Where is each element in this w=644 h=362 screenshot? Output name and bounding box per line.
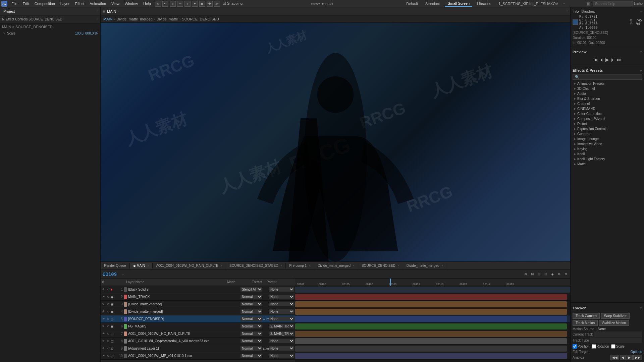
search-icon-tl[interactable]: ⌕ [122,273,124,276]
bc-source-denoised[interactable]: SOURCE_DENOISED [182,17,219,21]
tl-tab-4[interactable]: Divide_matte_merged × [314,263,358,268]
layer-8-parent[interactable]: None [269,339,294,343]
rotation-checkbox[interactable] [592,344,596,349]
tl-tab-3[interactable]: Pre-comp 1 × [286,263,314,268]
tl-close-4[interactable]: × [353,264,355,267]
menu-file[interactable]: File [9,1,20,6]
effect-blur-sharpen[interactable]: ▶Blur & Sharpen [573,96,642,101]
layer-10-name[interactable]: A001_C004_0101WI_MP_v01.01010.1.exr [128,354,240,358]
layer-8-mode[interactable]: Normal [240,339,262,343]
scale-stopwatch[interactable]: ⊙ [3,32,5,35]
layer-8-solo[interactable]: ⊙ [106,339,110,343]
layer-5-eye[interactable]: 👁 [101,317,105,321]
menu-layer[interactable]: Layer [58,1,72,6]
layer-4-mode[interactable]: Normal [240,309,262,314]
layer-5-solo[interactable]: ⊙ [106,317,110,321]
layer-10-parent[interactable]: None [269,354,294,358]
track-bar-8[interactable] [295,338,567,344]
layer-5-mode[interactable]: Normal [240,317,262,321]
effect-image-lounge[interactable]: ▶Image Lounge [573,136,642,141]
layer-2-mode[interactable]: Normal [240,295,262,299]
warp-stabilizer-btn[interactable]: Warp Stabilizer [601,313,630,319]
layer-1-eye[interactable]: 👁 [101,288,105,292]
search-input[interactable] [593,1,633,6]
preview-menu[interactable]: ≡ [640,50,642,54]
tl-btn-3[interactable]: ⊞ [537,272,541,276]
layer-1-name[interactable]: [Black Solid 2] [128,288,240,291]
ws-default[interactable]: Default [404,1,421,6]
tl-btn-2[interactable]: ⊠ [530,272,535,276]
track-bar-1[interactable] [295,287,570,293]
layer-6-mode[interactable]: Normal [240,324,262,328]
effect-generate[interactable]: ▶Generate [573,131,642,136]
layer-3-eye[interactable]: 👁 [101,302,105,306]
menu-effect[interactable]: Effect [72,1,87,6]
preview-btn-last[interactable]: ⏭ [616,57,621,62]
menu-window[interactable]: Window [122,1,141,6]
tl-close-5[interactable]: × [397,264,399,267]
info-tab-info[interactable]: Info [573,9,579,13]
effect-immersive-video[interactable]: ▶Immersive Video [573,141,642,146]
track-motion-btn[interactable]: Track Motion [573,320,598,326]
scale-checkbox[interactable] [611,344,615,349]
layer-7-eye[interactable]: 👁 [101,332,105,336]
tl-btn-7[interactable]: ⊜ [564,272,568,276]
menu-help[interactable]: Help [141,1,154,6]
tl-tab-2[interactable]: SOURCE_DENOISED_STABED × [226,263,286,268]
playhead[interactable] [390,279,391,286]
layer-5-parent[interactable]: None [269,317,294,321]
ws-standard[interactable]: Standard [423,1,443,6]
tl-tab-main[interactable]: ▣ MAIN × [130,263,153,268]
scale-value[interactable]: 100.0, 800.0 % [75,32,98,35]
layer-4-eye[interactable]: 👁 [101,310,105,314]
tl-close-6[interactable]: × [441,264,443,267]
effect-controls-menu[interactable]: ≡ [96,17,98,21]
layer-10-solo[interactable]: ⊙ [106,354,110,358]
render-queue-tab[interactable]: Render Queue [101,263,130,268]
layer-4-solo[interactable]: ⊙ [106,310,110,314]
track-bar-10[interactable] [295,353,567,359]
layer-8-eye[interactable]: 👁 [101,339,105,343]
position-check[interactable]: Position [573,344,590,349]
tl-btn-5[interactable]: ◈ [550,272,555,276]
workspace-expand[interactable]: ▣ [586,1,590,6]
layer-4-parent[interactable]: None [269,309,294,314]
tl-close-3[interactable]: × [309,264,311,267]
tl-btn-4[interactable]: ⊟ [543,272,548,276]
toolbar-home[interactable]: ⌂ [155,1,161,7]
tracker-menu[interactable]: ≡ [640,306,642,310]
edit-target-val[interactable]: Options [631,350,642,354]
effect-knoll[interactable]: ▶Knoll [573,152,642,157]
layer-1-solo[interactable]: ⊙ [106,288,110,292]
effect-keying[interactable]: ▶Keying [573,146,642,152]
layer-5-name[interactable]: [SOURCE_DENOISED] [128,317,240,321]
layer-4-name[interactable]: [Divide_matte_merged] [128,310,240,313]
layer-7-parent[interactable]: 2. MAIN_TRA [269,331,294,336]
comp-tab-main[interactable]: MAIN [107,9,116,13]
layer-7-solo[interactable]: ⊙ [106,332,110,336]
effect-knoll-light[interactable]: ▶Knoll Light Factory [573,157,642,162]
tl-btn-1[interactable]: ⊕ [523,272,528,276]
bc-divide-matte-merged[interactable]: Divide_matte_merged [116,17,153,21]
snapping-checkbox[interactable]: ☑ Snapping [223,1,243,6]
track-bar-7[interactable] [295,331,567,337]
menu-animation[interactable]: Animation [87,1,109,6]
toolbar-text[interactable]: T [184,1,191,7]
effects-menu[interactable]: ≡ [640,69,642,72]
bc-main[interactable]: MAIN [103,17,113,21]
comp-menu[interactable]: ≡ [566,9,568,13]
layer-1-mode[interactable]: Stencil Al [240,287,262,292]
layer-2-name[interactable]: MAIN_TRACK [128,295,240,299]
ws-smallscreen[interactable]: Small Screen [445,1,472,7]
tl-tab-6[interactable]: Divide_matte_merged × [403,263,447,268]
analyze-btn-3[interactable]: ▶ [627,355,633,360]
bc-divide-matte[interactable]: Divide_matte [156,17,178,21]
layer-6-solo[interactable]: ⊙ [106,324,110,328]
effect-distort[interactable]: ▶Distort [573,121,642,126]
tl-tab-5[interactable]: SOURCE_DENOISED × [358,263,403,268]
workspace-more[interactable]: » [563,2,565,5]
effect-audio[interactable]: ▶Audio [573,91,642,96]
toolbar-puppet[interactable]: ◈ [214,1,220,7]
timeline-time[interactable]: 00109 [103,272,117,277]
layer-3-solo[interactable]: ⊙ [106,302,110,306]
